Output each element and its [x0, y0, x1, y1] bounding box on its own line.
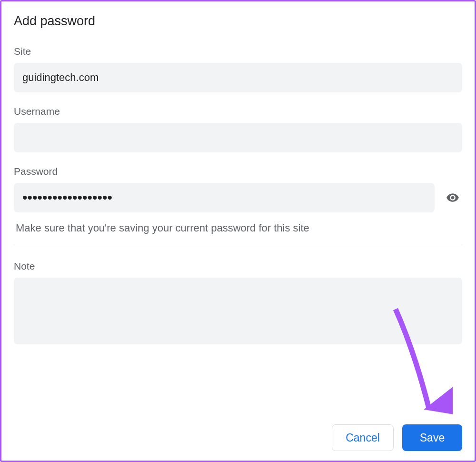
save-button[interactable]: Save — [402, 424, 462, 451]
note-label: Note — [14, 261, 462, 272]
password-helper-text: Make sure that you're saving your curren… — [14, 222, 462, 234]
username-field-group: Username — [14, 106, 462, 152]
password-row: •••••••••••••••••• — [14, 183, 462, 212]
spacer — [14, 360, 462, 424]
button-row: Cancel Save — [14, 424, 462, 451]
site-input[interactable] — [14, 63, 462, 92]
password-input[interactable]: •••••••••••••••••• — [14, 183, 435, 212]
site-label: Site — [14, 46, 462, 57]
show-password-button[interactable] — [443, 188, 462, 207]
password-label: Password — [14, 166, 462, 177]
divider — [14, 247, 462, 247]
site-field-group: Site — [14, 46, 462, 92]
note-input[interactable] — [14, 278, 462, 344]
note-field-group: Note — [14, 261, 462, 346]
eye-icon — [446, 191, 459, 204]
username-label: Username — [14, 106, 462, 117]
password-field-group: Password •••••••••••••••••• — [14, 166, 462, 212]
dialog-title: Add password — [14, 14, 462, 29]
password-input-wrap: •••••••••••••••••• — [14, 183, 435, 212]
username-input[interactable] — [14, 123, 462, 152]
cancel-button[interactable]: Cancel — [332, 424, 394, 451]
